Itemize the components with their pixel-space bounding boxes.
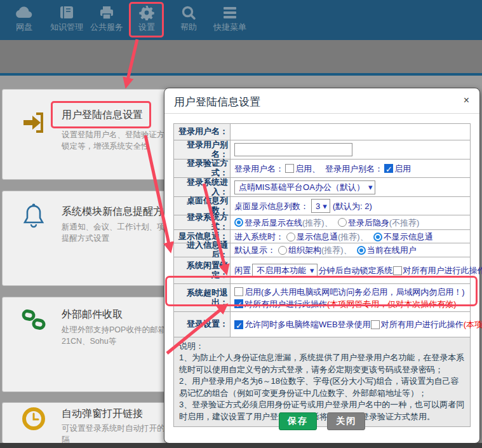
admin-only-warning: (本项网管专用，仅对本次操作有效): [327, 298, 457, 310]
notes-line-2: 2、用户登录用户名为6～18位数字、字母(区分大小写)组合，请设置为自己容易记忆…: [179, 376, 465, 399]
timeout-enable-checkbox[interactable]: [234, 287, 243, 296]
admin-only-warning: (本项网管专用，仅对本次操作有效): [464, 318, 482, 330]
nav-label: 公共服务: [90, 23, 123, 32]
book-icon: [50, 5, 83, 22]
screen: 网盘 知识管理 公共服务 设置 帮助: [0, 0, 482, 448]
card-title[interactable]: 自动弹窗打开链接: [62, 407, 143, 421]
online-radio[interactable]: [234, 218, 243, 227]
card-desc: 提醒方式设置: [62, 233, 109, 244]
nav-item-quickmenu[interactable]: 快捷菜单: [213, 5, 246, 32]
idle-minutes-selected: 不启用本功能: [257, 264, 306, 276]
hide-messenger-radio[interactable]: [373, 233, 382, 241]
dialog-buttons: 保存 关闭: [164, 412, 479, 430]
columns-text: 桌面显示信息列数：: [234, 200, 309, 212]
row-login-mode: 登录系统方式： 登录后显示在线 (推荐)、 登录后隐身 (不推荐): [174, 215, 470, 230]
card-desc: 可设置登录系统时自动打开的链: [62, 423, 173, 434]
row-label: 进入信息通后：: [174, 243, 231, 257]
close-button[interactable]: 关闭: [327, 412, 365, 430]
row-idle-lock: 系统闲置锁定： 闲置 不启用本功能 分钟后自动锁定系统 对所有用户进行此操作 (…: [174, 257, 470, 284]
row-entry-system: 登录系统进入： 点晴MIS基础平台OA办公（默认）: [174, 178, 470, 197]
printer-icon: [90, 5, 123, 22]
menu-icon: [213, 5, 246, 22]
enable-text: 启用: [394, 163, 411, 175]
card-title[interactable]: 系统模块新信息提醒方: [62, 205, 163, 219]
settings-table: 登录用户名： 登录用户别名： 登录验证方式： 登录用户名： 启用、 登录用户别名…: [173, 123, 471, 427]
save-button[interactable]: 保存: [279, 412, 317, 430]
row-label: 登录系统进入：: [174, 178, 231, 196]
row-session-timeout: 系统超时退出： 启用(多人共用电脑或网吧访问务必启用，局域网内勿启用！) 对所有…: [174, 284, 470, 312]
verify-alias-checkbox[interactable]: [384, 164, 393, 173]
nav-item-knowledge[interactable]: 知识管理: [50, 5, 83, 32]
online-users-radio[interactable]: [357, 246, 366, 255]
entry-system-select[interactable]: 点晴MIS基础平台OA办公（默认）: [234, 180, 375, 194]
idle-text: 闲置: [234, 264, 251, 276]
login-username-value[interactable]: [231, 124, 470, 140]
nav-item-help[interactable]: 帮助: [180, 5, 197, 32]
card-desc: 处理外部支持POP收件的邮箱中: [62, 325, 173, 336]
nav-item-settings[interactable]: 设置: [138, 5, 155, 32]
entry-system-selected: 点晴MIS基础平台OA办公（默认）: [239, 182, 365, 193]
online-option-text: 登录后显示在线: [244, 217, 302, 229]
card-desc: 设置登陆用户名、登陆验证方式: [62, 130, 173, 140]
row-label: 系统闲置锁定：: [174, 257, 231, 283]
columns-default-text: (默认为: 2): [333, 200, 372, 212]
option-note: (推荐)、: [302, 217, 333, 229]
chain-link-icon: [20, 308, 47, 336]
login-arrow-icon: [20, 110, 47, 138]
close-icon[interactable]: ×: [464, 95, 469, 106]
all-users-text: 对所有用户进行此操作: [381, 318, 464, 330]
org-structure-radio[interactable]: [278, 246, 287, 255]
verify-username-checkbox[interactable]: [285, 164, 294, 173]
nav-label: 网盘: [15, 23, 34, 32]
nav-label: 设置: [138, 23, 155, 32]
card-desc: 新通知、会议、工作计划、项: [62, 222, 165, 233]
option-note: (不推荐): [389, 217, 420, 229]
dialog-title: 用户登陆信息设置: [174, 95, 260, 109]
row-login-alias: 登录用户别名：: [174, 140, 470, 160]
nav-label: 知识管理: [50, 23, 83, 32]
card-title[interactable]: 外部邮件收取: [62, 308, 123, 322]
nav-item-netdisk[interactable]: 网盘: [15, 5, 34, 32]
show-messenger-text: 显示信息通: [297, 231, 338, 243]
notes-title: 说明：: [179, 341, 465, 352]
columns-select[interactable]: 3: [311, 199, 330, 213]
nav-label: 帮助: [180, 23, 197, 32]
option-note: (推荐)、: [338, 231, 368, 243]
row-login-username: 登录用户名：: [174, 124, 470, 140]
idle-suffix-text: 分钟后自动锁定系统: [319, 264, 393, 276]
nav-item-services[interactable]: 公共服务: [90, 5, 123, 32]
divider-line: [0, 73, 482, 76]
other-all-users-checkbox[interactable]: [371, 320, 380, 329]
option-note: (推荐)、: [321, 244, 352, 256]
search-icon: [180, 5, 197, 22]
clock-icon: [20, 406, 47, 434]
sub-navbar: [0, 40, 482, 73]
on-enter-text: 进入系统时：: [234, 231, 284, 243]
hide-messenger-text: 不显示信息通: [384, 231, 433, 243]
row-verify-method: 登录验证方式： 登录用户名： 启用、 登录用户别名： 启用: [174, 160, 470, 178]
verify-username-text: 登录用户名：: [234, 163, 284, 175]
multi-terminal-checkbox[interactable]: [234, 320, 243, 329]
idle-all-users-checkbox[interactable]: [393, 266, 402, 275]
cloud-icon: [15, 5, 34, 22]
default-show-text: 默认显示：: [234, 244, 276, 256]
show-messenger-radio[interactable]: [286, 233, 295, 241]
bell-icon: [20, 203, 47, 233]
row-login-other-settings: 登录设置： 允许同时多电脑终端WEB登录使用 对所有用户进行此操作 (本项网管专…: [174, 312, 470, 337]
verify-alias-text: 登录用户别名：: [325, 163, 383, 175]
row-after-messenger: 进入信息通后： 默认显示： 组织架构 (推荐)、 当前在线用户: [174, 243, 470, 257]
card-desc: 21CN、Sohu等: [62, 336, 116, 347]
invisible-radio[interactable]: [338, 218, 347, 227]
backdrop-bottom: [0, 443, 482, 448]
card-title[interactable]: 用户登陆信息设置: [62, 109, 143, 122]
enable-text: 启用、: [295, 163, 320, 175]
idle-minutes-select[interactable]: 不启用本功能: [252, 264, 318, 278]
top-navbar: 网盘 知识管理 公共服务 设置 帮助: [0, 0, 482, 40]
login-alias-input[interactable]: [234, 143, 352, 156]
dialog-header: 用户登陆信息设置 ×: [164, 88, 479, 114]
row-label: 登录验证方式：: [174, 160, 231, 177]
card-desc: 锁定等，增强系统安全性: [62, 141, 149, 152]
login-info-settings-dialog: 用户登陆信息设置 × 登录用户名： 登录用户别名： 登录验证方式： 登录用户名：: [164, 88, 480, 444]
row-label: 登录系统方式：: [174, 215, 231, 229]
timeout-all-users-checkbox[interactable]: [234, 299, 243, 308]
